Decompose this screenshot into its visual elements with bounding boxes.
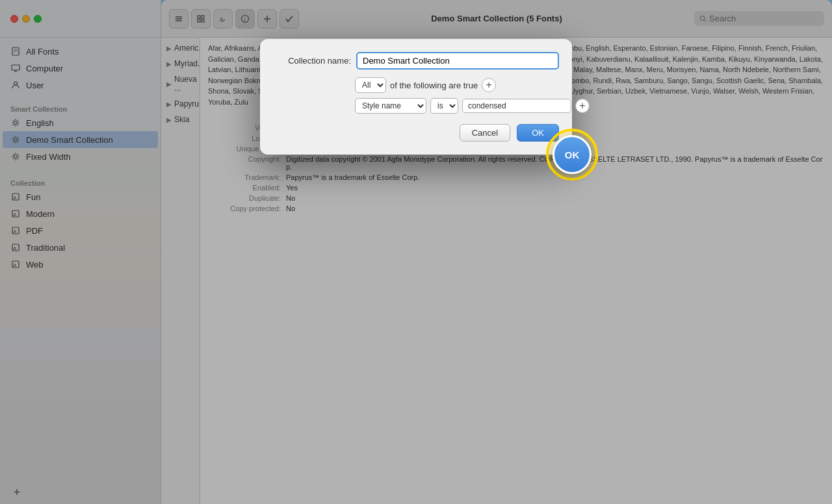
condition-following-text: of the following are true — [390, 81, 478, 90]
modal-overlay: Collection name: All of the following ar… — [0, 0, 832, 504]
collection-name-label: Collection name: — [273, 56, 351, 66]
modal-dialog: Collection name: All of the following ar… — [260, 39, 572, 155]
style-value-input[interactable] — [462, 99, 571, 113]
ok-cursor-indicator: OK — [546, 129, 598, 181]
cancel-button[interactable]: Cancel — [460, 124, 510, 142]
collection-name-row: Collection name: — [273, 52, 559, 69]
all-condition-select[interactable]: All — [355, 77, 386, 93]
style-operator-select[interactable]: is — [430, 98, 458, 114]
add-style-condition-button[interactable]: + — [575, 99, 590, 113]
ok-cursor-inner: OK — [552, 135, 592, 174]
modal-buttons: Cancel OK — [273, 124, 559, 142]
style-condition-row: Style name is + — [273, 98, 559, 114]
all-condition-row: All of the following are true + — [273, 77, 559, 93]
style-name-select[interactable]: Style name — [355, 98, 426, 114]
add-condition-button[interactable]: + — [482, 78, 496, 92]
collection-name-input[interactable] — [356, 52, 559, 69]
